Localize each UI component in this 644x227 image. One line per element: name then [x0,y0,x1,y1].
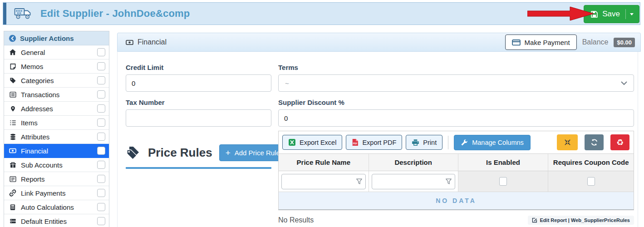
add-price-rule-button[interactable]: + Add Price Rule [219,144,286,161]
filter-input[interactable] [372,174,455,189]
filter-checkbox[interactable] [587,177,595,186]
filter-funnel-icon[interactable] [356,178,363,185]
refresh-button[interactable] [585,134,604,150]
filter-checkbox[interactable] [499,177,507,186]
printer-icon [412,139,419,146]
sidebar-item-auto-calculations[interactable]: Auto Calculations [4,200,109,214]
balance-badge: $0.00 [614,38,635,47]
sidebar-item-label: Default Entities [21,217,67,225]
column-header[interactable]: Price Rule Name [279,154,369,171]
column-header[interactable]: Requires Coupon Code [548,154,634,171]
sidebar-item-memos[interactable]: Memos [4,59,109,74]
sidebar-item-checkbox[interactable] [97,62,105,70]
panel-title: Financial [138,38,167,46]
filter-cell [458,171,549,192]
pdf-file-icon: PDF [352,138,359,146]
money-icon [9,147,17,154]
sidebar-header: Supplier Actions [4,31,109,45]
server-icon [9,218,17,224]
sidebar-item-label: Financial [21,147,48,155]
export-pdf-button[interactable]: PDF Export PDF [346,135,402,150]
save-button-label: Save [602,10,620,19]
sidebar-item-reports[interactable]: Reports [4,172,109,186]
credit-limit-label: Credit Limit [126,64,271,71]
sidebar-item-addresses[interactable]: Addresses [4,102,109,116]
sidebar-item-attributes[interactable]: Attributes [4,130,109,144]
sidebar-item-label: Memos [21,63,43,70]
page-title: Edit Supplier - JohnDoe&comp [40,8,190,20]
column-header[interactable]: Is Enabled [458,154,549,171]
supplier-truck-icon [14,7,33,20]
recycle-button[interactable]: ♻ [610,134,629,150]
sidebar-list: GeneralMemosCategoriesTransactionsAddres… [4,45,109,227]
compress-arrows-icon [564,138,571,146]
column-header[interactable]: Description [369,154,458,171]
sidebar-item-checkbox[interactable] [97,48,105,56]
edit-supplier-screen: Edit Supplier - JohnDoe&comp Save [0,0,644,227]
table-header-row: Price Rule NameDescriptionIs EnabledRequ… [279,153,634,171]
toolbar-divider [448,136,448,149]
price-rules-title: Price Rules [148,146,212,160]
filter-funnel-icon[interactable] [445,178,452,185]
terms-select[interactable]: ~ [278,74,634,92]
filter-input[interactable] [281,174,366,189]
sidebar-item-checkbox[interactable] [97,76,105,84]
excel-file-icon [288,138,296,146]
credit-limit-input[interactable] [126,74,271,92]
edit-icon [532,217,537,223]
chevron-down-icon [621,81,627,85]
map-marker-icon [9,105,17,112]
sidebar-item-checkbox[interactable] [97,147,105,155]
plus-icon: + [226,150,231,156]
supplier-discount-input[interactable] [278,109,634,127]
svg-text:PDF: PDF [353,143,358,145]
sidebar-title: Supplier Actions [20,35,74,42]
price-rules-report: Export Excel PDF Export PDF [278,131,634,225]
home-icon [9,49,17,56]
sidebar-item-default-entities[interactable]: Default Entities [4,214,109,227]
table-empty-row: NO DATA [279,192,634,209]
sidebar-item-checkbox[interactable] [97,161,105,169]
table-filter-row [279,171,634,192]
no-results-text: No Results [278,216,314,224]
sidebar-item-general[interactable]: General [4,45,109,59]
sidebar-item-items[interactable]: Items [4,116,109,130]
tax-number-label: Tax Number [126,99,271,106]
make-payment-button[interactable]: Make Payment [505,35,577,50]
sidebar-item-sub-accounts[interactable]: Sub Accounts [4,158,109,172]
financial-panel-body: Credit Limit Tax Number Terms ~ Supplier… [117,52,638,227]
memo-icon [9,63,17,70]
export-excel-button[interactable]: Export Excel [282,135,342,150]
manage-columns-button[interactable]: Manage Columns [454,135,531,150]
sidebar-item-financial[interactable]: Financial [4,144,109,158]
link-icon [9,189,17,197]
sidebar-item-checkbox[interactable] [97,175,105,183]
supplier-discount-label: Supplier Discount % [278,99,634,106]
table-icon [9,91,17,98]
sidebar-item-checkbox[interactable] [97,118,105,127]
sidebar-item-transactions[interactable]: Transactions [4,88,109,102]
tax-number-input[interactable] [126,109,271,127]
compress-button[interactable] [557,134,578,150]
edit-report-link[interactable]: Edit Report | Web_SupplierPriceRules [528,216,634,225]
sidebar-item-label: Categories [21,77,54,84]
sidebar-item-checkbox[interactable] [97,90,105,99]
sync-icon [590,138,598,146]
sidebar-item-checkbox[interactable] [97,203,105,211]
sidebar-item-link-payments[interactable]: Link Payments [4,186,109,200]
financial-panel-header: Financial Make Payment Balance $0.00 [117,33,641,52]
tags-icon [126,146,141,160]
money-icon [126,39,133,46]
sidebar-item-checkbox[interactable] [97,217,105,225]
sidebar-item-checkbox[interactable] [97,189,105,197]
sidebar-item-label: Link Payments [21,189,65,197]
print-button[interactable]: Print [406,135,442,150]
filter-cell [369,171,458,192]
save-dropdown-caret-icon[interactable] [630,13,634,15]
sidebar-item-checkbox[interactable] [97,133,105,141]
price-rules-section: Price Rules + Add Price Rule [126,144,271,169]
report-icon [9,176,17,183]
list-icon [9,119,17,126]
sidebar-item-checkbox[interactable] [97,104,105,113]
sidebar-item-categories[interactable]: Categories [4,74,109,88]
